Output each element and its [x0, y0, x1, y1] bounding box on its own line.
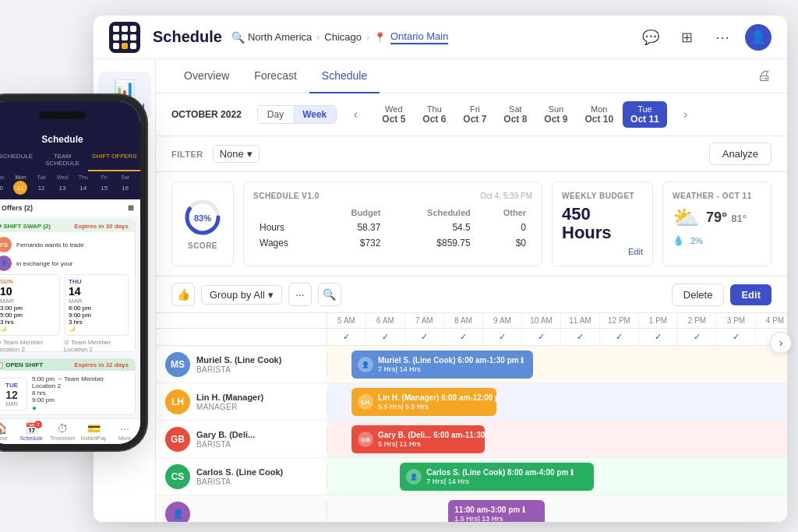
phone-cal-thu[interactable]: Thu 14	[76, 174, 90, 195]
cal-next-button[interactable]: ›	[676, 105, 695, 124]
phone-swap-exchange-avatar: 👤	[0, 255, 12, 271]
breadcrumb-chicago[interactable]: Chicago	[324, 31, 362, 43]
print-icon[interactable]: 🖨	[757, 68, 772, 84]
phone-swap-badge: ⇄ SHIFT SWAP (2)	[0, 223, 51, 230]
logo-dot-3	[130, 26, 136, 32]
day-tab-thu[interactable]: Thu Oct 6	[415, 101, 454, 128]
app-header: Schedule 🔍 North America › Chicago › 📍 O…	[94, 16, 787, 59]
shift-extra[interactable]: 11:00 am-3:00 pm ℹ 1.5 Hrs| 13 Hrs	[448, 500, 545, 522]
phone-cal-wed[interactable]: Wed 13	[55, 174, 69, 195]
cal-prev-button[interactable]: ‹	[346, 105, 365, 124]
phone-filter-icon[interactable]: ⊞	[128, 204, 134, 212]
chat-icon-button[interactable]: 💬	[637, 24, 664, 51]
phone-nav-schedule[interactable]: 📅 Schedule 2	[16, 419, 47, 444]
timeline-container[interactable]: 5 AM 6 AM 7 AM 8 AM 9 AM 10 AM 11 AM 12 …	[156, 313, 787, 522]
phone-cal-mon[interactable]: Mon 11	[13, 174, 27, 195]
more-options-button[interactable]: ···	[288, 283, 312, 306]
day-tab-mon[interactable]: Mon Oct 10	[577, 101, 621, 128]
hour-4pm: 4 PM	[756, 313, 787, 328]
phone-nav-timesheet[interactable]: ⏱ Timesheet	[47, 419, 78, 444]
delete-button[interactable]: Delete	[672, 284, 725, 306]
check-4: ✓	[444, 329, 483, 345]
filter-select[interactable]: None ▾	[213, 145, 260, 163]
check-1: ✓	[327, 329, 366, 345]
phone-swap-to-date: 14	[69, 285, 125, 298]
thumbs-up-icon-button[interactable]: 👍	[171, 283, 195, 306]
phone-cal-sun[interactable]: Sun 10	[0, 174, 6, 195]
phone-swap-exchange: in exchange for your	[16, 260, 73, 267]
phone-swap-from-moon: 🌙	[0, 326, 56, 332]
breadcrumb-ontario[interactable]: Ontario Main	[390, 30, 448, 44]
phone-cal-fri[interactable]: Fri 15	[97, 174, 111, 195]
phone-app-header: Schedule	[0, 129, 140, 150]
header-search[interactable]: 🔍	[231, 31, 245, 44]
row-wages: Wages $732 $859.75 $0	[255, 236, 531, 250]
tab-forecast[interactable]: Forecast	[242, 59, 309, 93]
view-week-button[interactable]: Week	[293, 106, 336, 123]
timeline-gary[interactable]: GB Gary B. (Deli... 6:00 am-11:30 a... ℹ…	[327, 421, 787, 457]
tab-overview[interactable]: Overview	[171, 59, 242, 93]
schedule-card-subtitle: Oct 4, 5:39 PM	[480, 192, 532, 200]
employee-info-extra: 👤	[156, 502, 327, 522]
shift-gary[interactable]: GB Gary B. (Deli... 6:00 am-11:30 a... ℹ…	[351, 425, 485, 453]
phone-notch-bar	[39, 111, 86, 119]
employee-info-carlos: CS Carlos S. (Line Cook) BARISTA	[156, 464, 327, 489]
row-hours-other: 0	[477, 220, 531, 234]
timeline-extra[interactable]: 11:00 am-3:00 pm ℹ 1.5 Hrs| 13 Hrs	[327, 495, 787, 522]
shift-muriel[interactable]: 👤 Muriel S. (Line Cook) 6:00 am-1:30 pm …	[351, 351, 533, 379]
phone-swap-to-month: MAR	[69, 298, 125, 305]
grid-icon-button[interactable]: ⊞	[673, 24, 700, 51]
day-tab-sat[interactable]: Sat Oct 8	[496, 101, 535, 128]
breadcrumb-sep-1: ›	[316, 32, 320, 43]
day-tab-wed[interactable]: Wed Oct 5	[374, 101, 413, 128]
timeline-nav-right[interactable]: ›	[770, 332, 792, 354]
shift-lin[interactable]: LH Lin H. (Manager) 6:00 am-12:00 pm ℹ 5…	[351, 388, 496, 416]
timeline-lin[interactable]: LH Lin H. (Manager) 6:00 am-12:00 pm ℹ 5…	[327, 383, 787, 420]
phone-swap-from-day: SUN	[0, 278, 56, 285]
check-10: ✓	[678, 329, 717, 345]
analyze-button[interactable]: Analyze	[709, 143, 772, 165]
user-avatar-button[interactable]: 👤	[745, 24, 772, 51]
day-tab-sun[interactable]: Sun Oct 9	[536, 101, 575, 128]
check-9: ✓	[639, 329, 678, 345]
phone-swap-from: SUN 10 MAR 3:00 pm 5:00 pm 3 hrs 🌙	[0, 274, 60, 336]
schedule-view: 👍 Group by All ▾ ··· 🔍 Delete Edit 5 AM	[156, 277, 787, 522]
timeline-muriel[interactable]: 👤 Muriel S. (Line Cook) 6:00 am-1:30 pm …	[327, 346, 787, 382]
app-main: Overview Forecast Schedule 🖨 OCTOBER 202…	[156, 59, 787, 522]
phone-swap-shift-details: SUN 10 MAR 3:00 pm 5:00 pm 3 hrs 🌙 THU 1…	[0, 274, 129, 336]
shift-avatar-lin: LH	[358, 394, 373, 410]
view-day-button[interactable]: Day	[258, 106, 293, 123]
filter-chevron-icon: ▾	[247, 148, 252, 160]
group-by-select[interactable]: Group by All ▾	[201, 285, 282, 305]
filter-label: FILTER	[171, 150, 203, 159]
breadcrumb-north-america[interactable]: North America	[248, 31, 312, 43]
employee-info-muriel: MS Muriel S. (Line Cook) BARISTA	[156, 352, 327, 377]
timeline-carlos[interactable]: 👤 Carlos S. (Line Cook) 8:00 am-4:00 pm …	[327, 458, 787, 495]
apps-icon-button[interactable]: ⋯	[709, 24, 736, 51]
phone-nav-instantpay-label: InstantPay	[80, 435, 106, 441]
day-tab-tue[interactable]: Tue Oct 11	[623, 101, 667, 128]
phone-tab-team[interactable]: TEAM SCHEDULE	[37, 150, 89, 171]
tab-schedule[interactable]: Schedule	[309, 59, 380, 93]
day-tab-fri[interactable]: Fri Oct 7	[455, 101, 494, 128]
shift-details-carlos: Carlos S. (Line Cook) 8:00 am-4:00 pm ℹ …	[426, 468, 574, 486]
phone-nav-home[interactable]: 🏠 Home	[0, 419, 16, 444]
budget-edit-link[interactable]: Edit	[628, 247, 643, 256]
phone-nav-instantpay[interactable]: 💳 InstantPay	[78, 419, 109, 444]
avatar-carlos: CS	[165, 464, 190, 489]
phone-tab-my-schedule[interactable]: MY SCHEDULE	[0, 150, 37, 171]
edit-button[interactable]: Edit	[730, 284, 772, 305]
shift-carlos[interactable]: 👤 Carlos S. (Line Cook) 8:00 am-4:00 pm …	[400, 463, 593, 491]
hour-2pm: 2 PM	[678, 313, 717, 328]
row-hours-budget: 58.37	[320, 220, 386, 234]
employee-role-muriel: BARISTA	[196, 365, 281, 374]
row-hours-label: Hours	[255, 220, 319, 234]
phone-swap-to-hrs: 3 hrs	[69, 319, 125, 326]
search-schedule-button[interactable]: 🔍	[318, 283, 341, 306]
phone-cal-sat[interactable]: Sat 16	[118, 174, 132, 195]
employee-role-lin: MANAGER	[196, 403, 263, 411]
phone-offers-label: All Offers (2)	[0, 204, 33, 212]
phone-tab-shift-offers[interactable]: SHIFT OFFERS	[88, 150, 140, 171]
phone-cal-tue[interactable]: Tue 12	[34, 174, 48, 195]
logo-dot-2	[122, 26, 128, 32]
